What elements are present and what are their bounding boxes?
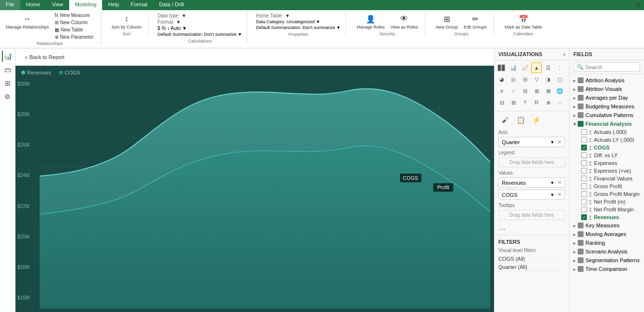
field-checkbox[interactable] [581,137,587,143]
vis-card[interactable]: ▢ [554,74,565,85]
revenues-dropdown[interactable]: Revenues ▼ ✕ [498,178,565,188]
report-view-icon[interactable]: 📊 [2,50,14,62]
vis-gauge[interactable]: ◑ [543,74,554,85]
model-view-icon[interactable]: ⊞ [2,77,14,89]
new-parameter-button[interactable]: ⊕ New Parameter [53,34,95,40]
field-group-10[interactable]: ▸Segmentation Patterns [569,256,644,265]
vis-fields-btn[interactable]: ⚡ [529,113,543,127]
field-group-4[interactable]: ▸Cumulative Patterns [569,111,644,119]
search-box[interactable]: 🔍 [573,62,640,72]
field-group-header-1[interactable]: ▸Attrition Visuals [569,85,644,93]
field-checkbox[interactable] [581,168,587,174]
tab-view[interactable]: View [46,0,69,10]
cogs-x-icon[interactable]: ✕ [557,192,562,197]
field-group-1[interactable]: ▸Attrition Visuals [569,85,644,93]
field-group-header-8[interactable]: ▸Ranking [569,238,644,247]
field-group-11[interactable]: ▸Time Comparison [569,265,644,273]
field-group-header-10[interactable]: ▸Segmentation Patterns [569,256,644,265]
data-view-icon[interactable]: 🗃 [2,64,14,75]
vis-format-btn[interactable]: 🖌 [498,113,512,127]
vis-map[interactable]: 🌐 [554,86,565,96]
format-options[interactable]: $ % ↕ Auto ▼ [158,26,187,31]
field-group-header-11[interactable]: ▸Time Comparison [569,265,644,273]
revenues-chevron-icon[interactable]: ▼ [550,180,554,185]
search-input[interactable] [585,64,644,70]
field-group-3[interactable]: ▸Budgeting Measures [569,102,644,111]
quarter-filter[interactable]: Quarter (All) [498,263,565,271]
field-group-header-4[interactable]: ▸Cumulative Patterns [569,111,644,119]
field-group-7[interactable]: ▸Moving Averages [569,230,644,238]
vis-area[interactable]: ▲ [531,62,542,73]
default-summarization[interactable]: Default Summarization: Don't summarize ▼ [158,32,242,37]
field-item-5-9[interactable]: ∑Net Profit (m) [569,198,644,206]
vis-treemap[interactable]: ⊟ [520,74,530,85]
axis-dropdown[interactable]: Quarter ▼ ✕ [498,137,565,147]
sort-by-column-button[interactable]: ↕ Sort by Column [110,12,144,30]
vis-custom[interactable]: ⊕ [543,97,554,108]
vis-table[interactable]: ⊞ [531,86,542,96]
field-item-5-3[interactable]: ∑Diff. vs LY [569,151,644,159]
data-category[interactable]: Data Category: Uncategorized ▼ [256,19,320,24]
field-checkbox[interactable] [581,176,587,181]
new-table-button[interactable]: ▦ New Table [53,27,95,33]
field-group-2[interactable]: ▸Averages per Day [569,93,644,102]
vis-more[interactable]: ··· [554,97,565,108]
home-table-dropdown[interactable]: ▼ [285,13,290,18]
field-group-header-0[interactable]: ▸Attrition Analysis [569,76,644,85]
field-item-5-0[interactable]: ∑Actuals (.000) [569,128,644,136]
field-group-header-6[interactable]: ▸Key Measures [569,221,644,230]
view-as-roles-button[interactable]: 👁 View as Roles [389,12,420,30]
field-checkbox[interactable] [581,207,587,212]
vis-multirow-card[interactable]: ≡ [496,86,507,96]
field-checkbox[interactable] [581,183,587,189]
new-column-button[interactable]: ⊞ New Column [53,19,95,26]
vis-scatter[interactable]: ⁚ [554,62,565,73]
field-group-header-5[interactable]: ▾Financial Analysis [569,119,644,128]
vis-bar[interactable]: 📊 [508,62,519,73]
field-checkbox[interactable] [581,191,587,197]
visualizations-expand-icon[interactable]: › [563,51,565,57]
edit-groups-button[interactable]: ✏ Edit Groups [462,12,489,30]
field-item-5-5[interactable]: ∑Expenses (+ve) [569,167,644,175]
vis-donut[interactable]: ◎ [508,74,519,85]
tab-format[interactable]: Format [125,0,153,10]
field-group-header-2[interactable]: ▸Averages per Day [569,93,644,102]
field-checkbox[interactable]: ✓ [581,214,587,220]
new-group-button[interactable]: ⊞ New Group [434,12,460,30]
field-checkbox[interactable] [581,199,587,205]
field-checkbox[interactable] [581,129,587,135]
cogs-dropdown[interactable]: COGS ▼ ✕ [498,190,565,200]
vis-pie[interactable]: ◕ [496,74,507,85]
field-checkbox[interactable] [581,152,587,158]
field-group-header-9[interactable]: ▸Scenario Analysis [569,247,644,256]
dax-icon[interactable]: ⚙ [2,91,14,103]
vis-r-visual[interactable]: R [531,97,542,108]
vis-filled-map[interactable]: ⊟ [496,97,507,108]
field-group-9[interactable]: ▸Scenario Analysis [569,247,644,256]
field-group-8[interactable]: ▸Ranking [569,238,644,247]
data-type-dropdown[interactable]: ▼ [181,13,186,18]
vis-decomp-tree[interactable]: ⊞ [508,97,519,108]
vis-stacked-bar[interactable]: ▊▊ [496,62,507,73]
axis-x-icon[interactable]: ✕ [557,139,562,145]
tab-help[interactable]: Help [102,0,125,10]
vis-qa[interactable]: ? [520,97,530,108]
vis-analytics-btn[interactable]: 📋 [514,113,527,127]
revenues-x-icon[interactable]: ✕ [557,179,562,185]
field-checkbox[interactable]: ✓ [581,145,587,150]
mark-date-table-button[interactable]: 📅 Mark as Date Table [503,12,544,30]
tooltips-drop-zone[interactable]: Drag data fields here [498,210,565,220]
vis-kpi[interactable]: ↑ [508,86,519,96]
field-item-5-11[interactable]: ✓∑Revenues [569,213,644,221]
tab-data-drill[interactable]: Data / Drill [153,0,190,10]
vis-line[interactable]: 📈 [520,62,530,73]
tab-modeling[interactable]: Modeling [69,0,103,10]
field-item-5-4[interactable]: ∑Expenses [569,159,644,167]
field-group-header-7[interactable]: ▸Moving Averages [569,230,644,238]
cogs-chevron-icon[interactable]: ▼ [550,193,554,197]
new-measure-button[interactable]: fx New Measure [53,12,95,18]
field-item-5-10[interactable]: ∑Net Profit Margin [569,206,644,213]
vis-funnel[interactable]: ▽ [531,74,542,85]
legend-drop-zone[interactable]: Drag data fields here [498,157,565,167]
tab-file[interactable]: File [0,0,20,10]
